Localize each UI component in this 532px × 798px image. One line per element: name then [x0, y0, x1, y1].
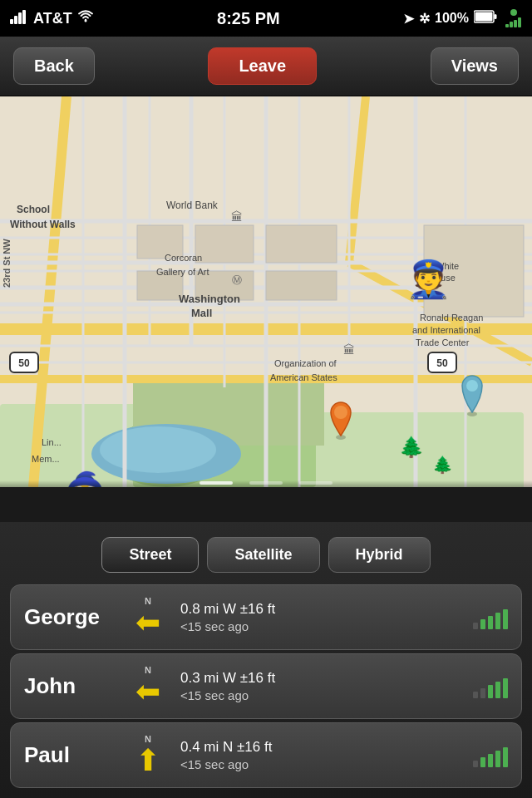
map-type-street-button[interactable]: Street — [101, 537, 199, 573]
arrow-container-george: N ⬅ — [127, 597, 169, 638]
svg-text:and International: and International — [412, 325, 480, 335]
bluetooth-icon: ✲ — [419, 11, 430, 27]
svg-text:Ⓜ: Ⓜ — [232, 274, 242, 286]
signal-paul — [473, 744, 508, 767]
user-time-paul: <15 sec ago — [180, 757, 461, 771]
svg-rect-7 — [475, 12, 492, 22]
status-bar: AT&T 8:25 PM ➤ ✲ 100% — [0, 0, 532, 37]
user-row-john[interactable]: John N ⬅ 0.3 mi W ±16 ft <15 sec ago — [10, 653, 522, 719]
svg-text:Without Walls: Without Walls — [10, 219, 76, 230]
svg-text:🏛: 🏛 — [231, 210, 243, 224]
user-distance-paul: 0.4 mi N ±16 ft — [180, 739, 461, 756]
svg-rect-50 — [195, 225, 254, 263]
battery-icon — [474, 10, 497, 27]
map-type-satellite-button[interactable]: Satellite — [207, 537, 319, 573]
status-left: AT&T — [10, 9, 94, 28]
svg-text:Corcoran: Corcoran — [165, 253, 202, 263]
bottom-panel: Street Satellite Hybrid George N ⬅ 0.8 m… — [0, 522, 532, 798]
user-distance-george: 0.8 mi W ±16 ft — [180, 601, 461, 618]
user-distance-john: 0.3 mi W ±16 ft — [180, 670, 461, 687]
user-info-paul: 0.4 mi N ±16 ft <15 sec ago — [180, 739, 461, 771]
svg-rect-1 — [14, 16, 17, 24]
svg-text:Gallery of Art: Gallery of Art — [156, 267, 209, 277]
svg-text:👮: 👮 — [406, 258, 451, 301]
svg-point-81 — [334, 406, 347, 419]
user-name-george: George — [24, 604, 116, 630]
top-right-signal — [505, 9, 522, 27]
svg-rect-8 — [505, 24, 509, 27]
direction-arrow-john: ⬅ — [135, 677, 160, 707]
user-name-paul: Paul — [24, 742, 116, 768]
views-button[interactable]: Views — [431, 47, 519, 85]
svg-rect-3 — [22, 10, 26, 24]
arrow-container-john: N ⬅ — [127, 666, 169, 707]
svg-text:23rd St NW: 23rd St NW — [2, 239, 12, 288]
wifi-icon — [77, 10, 94, 27]
svg-text:50: 50 — [18, 357, 30, 369]
user-name-john: John — [24, 673, 116, 699]
user-time-george: <15 sec ago — [180, 619, 461, 633]
user-row-paul[interactable]: Paul N ⬆ 0.4 mi N ±16 ft <15 sec ago — [10, 722, 522, 788]
user-info-john: 0.3 mi W ±16 ft <15 sec ago — [180, 670, 461, 702]
map-type-bar: Street Satellite Hybrid — [0, 522, 532, 584]
map-scroll-indicator — [0, 480, 532, 487]
svg-text:Mem...: Mem... — [32, 454, 60, 464]
arrow-container-paul: N ⬆ — [127, 735, 169, 776]
svg-rect-6 — [494, 14, 496, 19]
user-info-george: 0.8 mi W ±16 ft <15 sec ago — [180, 601, 461, 633]
svg-text:Trade Center: Trade Center — [416, 337, 470, 347]
svg-text:🏛: 🏛 — [343, 343, 355, 357]
user-list: George N ⬅ 0.8 mi W ±16 ft <15 sec ago J… — [0, 584, 532, 798]
direction-arrow-george: ⬅ — [135, 608, 160, 638]
svg-text:School: School — [17, 204, 50, 215]
svg-text:Lin...: Lin... — [42, 437, 62, 447]
svg-point-4 — [84, 19, 86, 22]
signal-bars-status — [10, 9, 28, 28]
svg-text:Ronald Reagan: Ronald Reagan — [420, 313, 483, 323]
signal-john — [473, 675, 508, 698]
svg-point-83 — [466, 380, 478, 392]
battery-label: 100% — [435, 11, 469, 26]
user-row-george[interactable]: George N ⬅ 0.8 mi W ±16 ft <15 sec ago — [10, 584, 522, 650]
svg-rect-54 — [266, 271, 337, 300]
signal-george — [473, 606, 508, 629]
svg-rect-0 — [10, 19, 13, 24]
carrier-label: AT&T — [33, 10, 72, 27]
leave-button[interactable]: Leave — [208, 47, 317, 85]
user-time-john: <15 sec ago — [180, 688, 461, 702]
svg-point-19 — [100, 426, 216, 473]
map-area[interactable]: 50 50 🏛 🏛 Ⓜ School Without Walls World B… — [0, 96, 532, 487]
svg-rect-10 — [514, 20, 517, 27]
nav-bar: Back Leave Views — [0, 37, 532, 96]
direction-arrow-paul: ⬆ — [135, 746, 160, 776]
map-type-hybrid-button[interactable]: Hybrid — [328, 537, 431, 573]
svg-rect-51 — [266, 225, 337, 263]
svg-text:Mall: Mall — [191, 307, 212, 319]
svg-text:🌲: 🌲 — [399, 435, 424, 459]
svg-text:🌲: 🌲 — [432, 455, 453, 475]
svg-text:American States: American States — [270, 372, 337, 382]
back-button[interactable]: Back — [13, 47, 95, 85]
location-icon: ➤ — [403, 11, 414, 27]
status-time: 8:25 PM — [217, 9, 280, 28]
svg-rect-11 — [518, 17, 521, 27]
svg-rect-9 — [510, 22, 513, 27]
svg-text:Washington: Washington — [179, 293, 240, 305]
svg-rect-2 — [18, 12, 22, 24]
status-right: ➤ ✲ 100% — [403, 9, 522, 27]
svg-text:World Bank: World Bank — [166, 200, 219, 211]
svg-text:Organization of: Organization of — [274, 358, 337, 368]
svg-text:50: 50 — [436, 357, 448, 369]
